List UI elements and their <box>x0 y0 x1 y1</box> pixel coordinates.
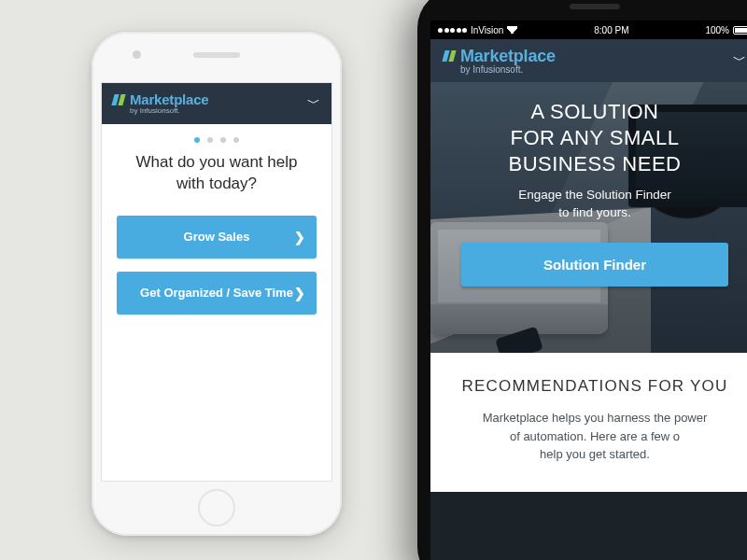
brand-name: Marketplace <box>130 92 209 106</box>
option-get-organized[interactable]: Get Organized / Save Time ❯ <box>117 272 317 315</box>
rec-line: of automation. Here are a few o <box>510 429 680 443</box>
screen-right: InVision 8:00 PM 100% Marketplace by Inf… <box>430 21 747 560</box>
status-bar: InVision 8:00 PM 100% <box>430 21 747 39</box>
option-grow-sales[interactable]: Grow Sales ❯ <box>117 216 317 259</box>
brand-logo-icon <box>444 49 457 63</box>
chevron-right-icon: ❯ <box>294 286 305 301</box>
signal-icon <box>438 28 467 33</box>
hero-sub-line: Engage the Solution Finder <box>518 188 671 202</box>
phone-speaker <box>570 4 620 9</box>
front-camera <box>133 50 141 59</box>
brand-byline: by Infusionsoft. <box>460 65 556 75</box>
battery-pct: 100% <box>705 25 729 35</box>
menu-chevron-icon[interactable]: ﹀ <box>307 95 320 112</box>
chevron-right-icon: ❯ <box>294 230 305 245</box>
option-label: Grow Sales <box>184 230 250 244</box>
battery-icon <box>733 26 747 35</box>
hero-heading-line: FOR ANY SMALL <box>511 126 680 149</box>
prompt-line: What do you want help <box>136 153 298 171</box>
hero: A SOLUTION FOR ANY SMALL BUSINESS NEED E… <box>430 82 747 353</box>
app-header: Marketplace by Infusionsoft. ﹀ <box>430 39 747 82</box>
option-list: Grow Sales ❯ Get Organized / Save Time ❯ <box>102 216 331 315</box>
recommendations-body: Marketplace helps you harness the power … <box>444 409 746 464</box>
hero-sub-line: to find yours. <box>558 205 630 219</box>
recommendations-heading: RECOMMENDATIONS FOR YOU <box>444 377 746 396</box>
page-dot[interactable] <box>233 137 239 143</box>
brand-byline: by Infusionsoft. <box>130 107 209 115</box>
screen-left: Marketplace by Infusionsoft. ﹀ What do y… <box>101 82 332 482</box>
menu-chevron-icon[interactable]: ﹀ <box>733 52 746 69</box>
phone-mock-left: Marketplace by Infusionsoft. ﹀ What do y… <box>92 32 342 536</box>
prompt-text: What do you want help with today? <box>102 152 331 195</box>
phone-mock-right: InVision 8:00 PM 100% Marketplace by Inf… <box>417 0 747 560</box>
rec-line: help you get started. <box>540 447 650 461</box>
hero-heading-line: BUSINESS NEED <box>509 152 682 175</box>
wifi-icon <box>507 26 517 34</box>
recommendations-section: RECOMMENDATIONS FOR YOU Marketplace help… <box>430 353 747 492</box>
page-dot[interactable] <box>207 137 213 143</box>
prompt-line: with today? <box>176 175 257 192</box>
page-dot[interactable] <box>220 137 226 143</box>
app-header: Marketplace by Infusionsoft. ﹀ <box>102 83 331 124</box>
clock: 8:00 PM <box>594 25 628 35</box>
hero-text: A SOLUTION FOR ANY SMALL BUSINESS NEED E… <box>430 82 747 353</box>
solution-finder-button[interactable]: Solution Finder <box>461 243 727 287</box>
carrier-label: InVision <box>471 25 503 35</box>
option-label: Get Organized / Save Time <box>140 286 293 300</box>
brand: Marketplace by Infusionsoft. <box>444 48 556 75</box>
phone-speaker <box>193 52 240 58</box>
page-dot[interactable] <box>194 137 200 143</box>
brand: Marketplace by Infusionsoft. <box>113 92 209 115</box>
brand-name: Marketplace <box>460 48 556 64</box>
brand-logo-icon <box>113 93 126 106</box>
page-indicator <box>102 137 331 143</box>
home-button[interactable] <box>198 489 235 526</box>
hero-heading-line: A SOLUTION <box>530 100 658 123</box>
rec-line: Marketplace helps you harness the power <box>483 411 708 425</box>
